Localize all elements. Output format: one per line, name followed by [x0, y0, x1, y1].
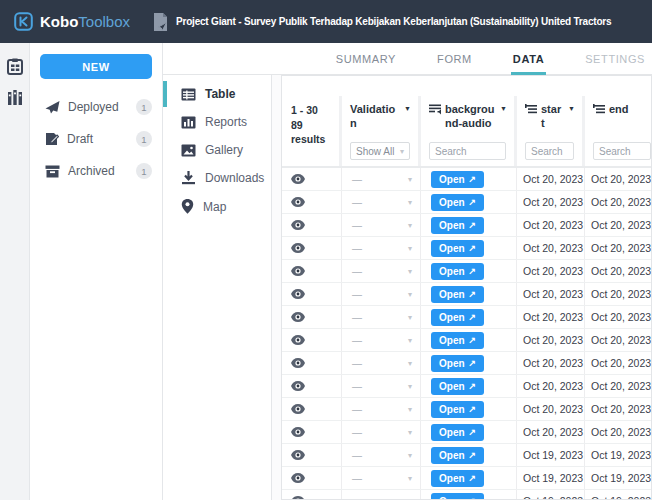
library-icon[interactable]	[7, 90, 23, 106]
column-header-end[interactable]: end ▼	[585, 96, 652, 140]
row-validation-select[interactable]: — ▾	[342, 237, 421, 259]
open-submission-button[interactable]: Open↗	[431, 332, 484, 349]
view-submission-icon[interactable]	[291, 381, 305, 391]
draft-count-badge: 1	[136, 131, 152, 147]
row-validation-select[interactable]: — ▾	[342, 375, 421, 397]
row-end-date: Oct 19, 2023 ...	[585, 444, 652, 466]
view-submission-icon[interactable]	[291, 266, 305, 276]
row-validation-select[interactable]: — ▾	[342, 352, 421, 374]
projects-icon[interactable]	[7, 58, 23, 75]
view-submission-icon[interactable]	[291, 174, 305, 184]
sidebar-item-archived[interactable]: Archived 1	[30, 155, 162, 187]
nav-item-table[interactable]: Table	[163, 80, 271, 108]
top-header: KoboToolbox Project Giant - Survey Publi…	[0, 0, 652, 43]
tab-data[interactable]: DATA	[511, 43, 546, 74]
open-submission-button[interactable]: Open↗	[431, 194, 484, 211]
submissions-table: 1 - 30 89 results Validation ▼	[281, 75, 652, 500]
column-header-start[interactable]: start ▼	[517, 96, 582, 140]
row-validation-select[interactable]: — ▾	[342, 467, 421, 489]
row-view-cell	[282, 421, 342, 443]
view-submission-icon[interactable]	[291, 335, 305, 345]
view-submission-icon[interactable]	[291, 243, 305, 253]
chevron-down-icon: ▾	[400, 147, 404, 156]
row-validation-select[interactable]: — ▾	[342, 421, 421, 443]
chevron-down-icon: ▾	[408, 290, 412, 299]
open-submission-button[interactable]: Open↗	[431, 378, 484, 395]
view-submission-icon[interactable]	[291, 496, 305, 500]
row-validation-select[interactable]: — ▾	[342, 490, 421, 500]
column-header-validation[interactable]: Validation ▼	[342, 96, 418, 140]
open-submission-button[interactable]: Open↗	[431, 217, 484, 234]
view-submission-icon[interactable]	[291, 358, 305, 368]
new-project-button[interactable]: NEW	[40, 54, 152, 79]
nav-item-map[interactable]: Map	[163, 192, 271, 221]
tab-summary[interactable]: SUMMARY	[334, 43, 398, 74]
project-title-bar: Project Giant - Survey Publik Terhadap K…	[152, 13, 652, 31]
open-submission-button[interactable]: Open↗	[431, 355, 484, 372]
row-end-date: Oct 20, 2023 ...	[585, 283, 652, 305]
view-submission-icon[interactable]	[291, 220, 305, 230]
row-validation-select[interactable]: — ▾	[342, 168, 421, 190]
row-validation-select[interactable]: — ▾	[342, 306, 421, 328]
open-submission-button[interactable]: Open↗	[431, 263, 484, 280]
view-submission-icon[interactable]	[291, 427, 305, 437]
row-validation-select[interactable]: — ▾	[342, 260, 421, 282]
chevron-down-icon: ▾	[408, 175, 412, 184]
row-view-cell	[282, 237, 342, 259]
app-window: KoboToolbox Project Giant - Survey Publi…	[0, 0, 652, 500]
open-submission-button[interactable]: Open↗	[431, 171, 484, 188]
open-submission-button[interactable]: Open↗	[431, 424, 484, 441]
open-submission-button[interactable]: Open↗	[431, 470, 484, 487]
open-submission-button[interactable]: Open↗	[431, 493, 484, 500]
view-submission-icon[interactable]	[291, 404, 305, 414]
view-submission-icon[interactable]	[291, 312, 305, 322]
table-row: — ▾ Open↗ Oct 20, 2023 ... Oct 20, 2023 …	[282, 168, 652, 191]
global-nav-strip	[0, 43, 30, 500]
tab-form[interactable]: FORM	[435, 43, 474, 74]
view-submission-icon[interactable]	[291, 197, 305, 207]
sidebar-item-draft[interactable]: Draft 1	[30, 123, 162, 155]
kobotoolbox-logo[interactable]: KoboToolbox	[0, 12, 152, 31]
row-validation-select[interactable]: — ▾	[342, 329, 421, 351]
chevron-down-icon: ▾	[408, 405, 412, 414]
view-submission-icon[interactable]	[291, 473, 305, 483]
tab-settings[interactable]: SETTINGS	[583, 43, 647, 74]
nav-item-reports[interactable]: Reports	[163, 108, 271, 136]
open-submission-button[interactable]: Open↗	[431, 240, 484, 257]
row-validation-select[interactable]: — ▾	[342, 214, 421, 236]
column-header-background-audio[interactable]: background-audio ▼	[421, 96, 514, 140]
row-validation-select[interactable]: — ▾	[342, 398, 421, 420]
table-row: — ▾ Open↗ Oct 20, 2023 ... Oct 20, 2023 …	[282, 398, 652, 421]
nav-item-gallery[interactable]: Gallery	[163, 136, 271, 164]
sidebar-item-deployed[interactable]: Deployed 1	[30, 91, 162, 123]
validation-empty-value: —	[352, 243, 362, 254]
row-end-date: Oct 20, 2023 ...	[585, 237, 652, 259]
background-audio-search-input[interactable]	[429, 142, 506, 160]
row-validation-select[interactable]: — ▾	[342, 191, 421, 213]
row-audio-cell: Open↗	[421, 375, 517, 397]
form-tab-bar: SUMMARY FORM DATA SETTINGS	[163, 43, 652, 75]
chevron-down-icon: ▾	[408, 336, 412, 345]
nav-item-downloads[interactable]: Downloads	[163, 164, 271, 192]
row-validation-select[interactable]: — ▾	[342, 444, 421, 466]
view-submission-icon[interactable]	[291, 450, 305, 460]
validation-empty-value: —	[352, 404, 362, 415]
view-submission-icon[interactable]	[291, 289, 305, 299]
open-submission-button[interactable]: Open↗	[431, 286, 484, 303]
chevron-down-icon: ▾	[408, 244, 412, 253]
table-row: — ▾ Open↗ Oct 20, 2023 ... Oct 20, 2023 …	[282, 352, 652, 375]
start-search-input[interactable]	[525, 142, 574, 160]
table-row: — ▾ Open↗ Oct 20, 2023 ... Oct 20, 2023 …	[282, 283, 652, 306]
table-row: — ▾ Open↗ Oct 19, 2023 ... Oct 19, 2023 …	[282, 467, 652, 490]
open-submission-button[interactable]: Open↗	[431, 401, 484, 418]
row-view-cell	[282, 283, 342, 305]
end-search-input[interactable]	[593, 142, 651, 160]
validation-filter-select[interactable]: Show All ▾	[350, 142, 410, 160]
open-submission-button[interactable]: Open↗	[431, 447, 484, 464]
open-submission-button[interactable]: Open↗	[431, 309, 484, 326]
row-start-date: Oct 19, 2023 ...	[517, 467, 585, 489]
validation-empty-value: —	[352, 450, 362, 461]
row-validation-select[interactable]: — ▾	[342, 283, 421, 305]
validation-empty-value: —	[352, 289, 362, 300]
validation-empty-value: —	[352, 174, 362, 185]
